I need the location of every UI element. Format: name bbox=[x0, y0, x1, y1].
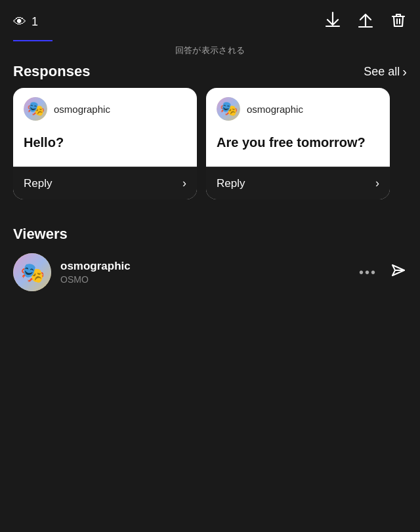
response-cards-list: 🎭 osmographic Hello? Reply › 🎭 osmograph… bbox=[0, 88, 420, 213]
avatar: 🎭 bbox=[24, 97, 47, 121]
top-bar: 👁 1 bbox=[0, 0, 420, 40]
reply-label: Reply bbox=[217, 177, 245, 190]
more-options-icon[interactable]: ••• bbox=[359, 265, 377, 280]
card-username: osmographic bbox=[54, 104, 110, 115]
reply-chevron-icon: › bbox=[182, 176, 186, 190]
download-icon[interactable] bbox=[324, 10, 341, 33]
response-card: 🎭 osmographic Hello? Reply › bbox=[13, 88, 197, 199]
delete-icon[interactable] bbox=[390, 11, 407, 33]
card-header: 🎭 osmographic bbox=[206, 88, 390, 127]
responses-header: Responses See all › bbox=[0, 58, 420, 88]
viewers-section: Viewers 🎭 osmographic OSMO ••• bbox=[0, 219, 420, 304]
top-actions bbox=[324, 10, 407, 33]
see-all-label: See all bbox=[364, 65, 400, 79]
send-icon[interactable] bbox=[388, 261, 407, 283]
reply-label: Reply bbox=[24, 177, 52, 190]
card-username: osmographic bbox=[247, 104, 303, 115]
share-icon[interactable] bbox=[357, 11, 374, 33]
avatar: 🎭 bbox=[217, 97, 240, 121]
viewers-title: Viewers bbox=[13, 226, 407, 243]
viewer-handle: OSMO bbox=[60, 274, 350, 285]
card-message: Hello? bbox=[13, 127, 197, 167]
views-number: 1 bbox=[32, 15, 38, 29]
viewer-avatar: 🎭 bbox=[13, 253, 51, 291]
card-header: 🎭 osmographic bbox=[13, 88, 197, 127]
card-reply-button[interactable]: Reply › bbox=[13, 167, 197, 199]
responses-title: Responses bbox=[13, 63, 90, 80]
see-all-button[interactable]: See all › bbox=[364, 64, 407, 79]
viewer-info: osmographic OSMO bbox=[60, 260, 350, 285]
viewer-actions: ••• bbox=[359, 261, 407, 283]
response-card: 🎭 osmographic Are you free tomorrow? Rep… bbox=[206, 88, 390, 199]
card-message: Are you free tomorrow? bbox=[206, 127, 390, 167]
eye-icon: 👁 bbox=[13, 14, 26, 30]
reply-chevron-icon: › bbox=[375, 176, 379, 190]
card-reply-button[interactable]: Reply › bbox=[206, 167, 390, 199]
viewer-name: osmographic bbox=[60, 260, 350, 273]
see-all-chevron: › bbox=[402, 64, 407, 79]
responses-subtitle: 回答が表示される bbox=[175, 45, 245, 55]
tab-indicator bbox=[13, 40, 52, 41]
viewer-row: 🎭 osmographic OSMO ••• bbox=[13, 253, 407, 291]
views-count: 👁 1 bbox=[13, 14, 38, 30]
